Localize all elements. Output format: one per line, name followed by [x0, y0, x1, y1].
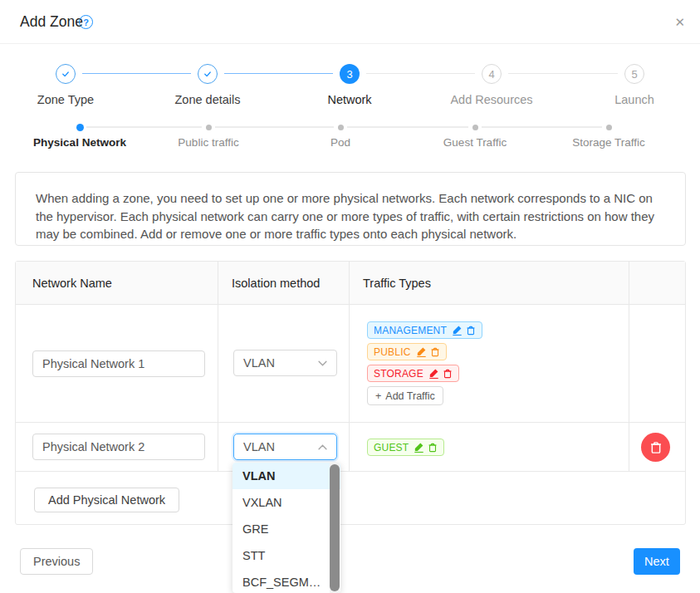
network-substepper: Physical Network Public traffic Pod Gues… — [0, 116, 700, 158]
isolation-method-select-2[interactable]: VLAN — [233, 434, 337, 460]
traffic-badge-label: GUEST — [374, 442, 409, 453]
check-icon — [202, 68, 213, 80]
traffic-type-list: MANAGEMENT PUBLIC STORAGE — [367, 321, 482, 405]
wizard-stepper: 3 4 5 Zone Type Zone details Network Add… — [0, 58, 700, 113]
dropdown-scrollbar-thumb[interactable] — [330, 464, 340, 591]
dialog-header: Add Zone ? ✕ — [0, 0, 700, 44]
isolation-method-dropdown: VLAN VXLAN GRE STT BCF_SEGM… — [233, 463, 340, 593]
step-label-network: Network — [279, 93, 420, 106]
isolation-method-select-1[interactable]: VLAN — [233, 350, 337, 376]
stepper-connector — [366, 73, 475, 74]
edit-traffic-icon[interactable] — [452, 325, 463, 336]
step-label-zone-type: Zone Type — [0, 93, 136, 106]
substep-label-storage-traffic: Storage Traffic — [534, 136, 683, 149]
add-traffic-label: Add Traffic — [385, 390, 435, 402]
traffic-badge-public: PUBLIC — [367, 343, 447, 360]
previous-button[interactable]: Previous — [20, 548, 93, 575]
chevron-up-icon — [318, 444, 327, 450]
plus-icon: + — [375, 390, 381, 402]
select-value: VLAN — [243, 356, 275, 370]
step-number: 4 — [488, 68, 494, 81]
add-traffic-button[interactable]: + Add Traffic — [367, 386, 443, 405]
substep-dot-guest-traffic — [472, 125, 478, 130]
substep-dot-pod — [338, 125, 344, 130]
zone-network-description: When adding a zone, you need to set up o… — [15, 172, 686, 246]
substep-connector — [215, 126, 334, 128]
step-zone-type-icon — [56, 64, 76, 84]
substep-label-pod: Pod — [266, 136, 415, 149]
dropdown-option-gre[interactable]: GRE — [233, 516, 340, 542]
substep-connector — [347, 126, 468, 128]
dropdown-option-stt[interactable]: STT — [233, 542, 340, 569]
select-value: VLAN — [243, 440, 275, 453]
check-icon — [60, 68, 71, 80]
stepper-connector — [82, 73, 191, 74]
substep-label-public-traffic: Public traffic — [134, 136, 283, 149]
table-row: VLAN GUEST — [16, 423, 685, 472]
substep-label-physical-network: Physical Network — [5, 136, 154, 149]
delete-traffic-icon[interactable] — [430, 347, 440, 357]
header-traffic-types: Traffic Types — [350, 262, 629, 304]
step-add-resources-icon: 4 — [482, 64, 502, 84]
step-label-add-resources: Add Resources — [421, 93, 562, 106]
traffic-badge-label: STORAGE — [374, 368, 423, 380]
substep-dot-public-traffic — [206, 125, 212, 130]
delete-traffic-icon[interactable] — [443, 369, 453, 379]
traffic-badge-label: PUBLIC — [374, 346, 411, 358]
step-zone-details-icon — [198, 64, 218, 84]
step-launch-icon: 5 — [624, 64, 644, 84]
help-icon[interactable]: ? — [79, 15, 93, 29]
substep-connector — [482, 126, 602, 128]
stepper-connector — [224, 73, 333, 74]
edit-traffic-icon[interactable] — [414, 442, 424, 453]
traffic-badge-label: MANAGEMENT — [374, 325, 447, 336]
header-actions — [629, 262, 685, 304]
step-number: 5 — [631, 68, 637, 81]
dropdown-option-bcf-segment[interactable]: BCF_SEGM… — [233, 569, 340, 593]
network-name-input-1[interactable] — [32, 350, 205, 377]
network-name-input-2[interactable] — [32, 434, 205, 460]
add-physical-network-button[interactable]: Add Physical Network — [34, 488, 179, 512]
header-isolation-method: Isolation method — [218, 262, 350, 304]
traffic-type-list: GUEST — [367, 439, 444, 456]
next-button[interactable]: Next — [634, 548, 680, 575]
delete-traffic-icon[interactable] — [428, 443, 438, 453]
stepper-connector — [508, 73, 618, 74]
substep-label-guest-traffic: Guest Traffic — [400, 136, 550, 149]
delete-traffic-icon[interactable] — [466, 326, 476, 336]
physical-networks-table: Network Name Isolation method Traffic Ty… — [15, 261, 686, 525]
step-label-zone-details: Zone details — [137, 93, 278, 106]
traffic-badge-storage: STORAGE — [367, 365, 459, 382]
edit-traffic-icon[interactable] — [428, 368, 439, 379]
step-label-launch: Launch — [564, 93, 700, 106]
table-footer-row: Add Physical Network — [16, 472, 685, 524]
header-network-name: Network Name — [16, 262, 218, 304]
substep-dot-physical-network — [76, 124, 84, 131]
substep-dot-storage-traffic — [606, 125, 612, 130]
delete-network-button[interactable] — [641, 433, 670, 462]
traffic-badge-management: MANAGEMENT — [367, 321, 482, 339]
trash-icon — [649, 441, 663, 454]
dropdown-option-vxlan[interactable]: VXLAN — [233, 489, 340, 516]
table-header-row: Network Name Isolation method Traffic Ty… — [16, 262, 685, 305]
step-number: 3 — [346, 68, 352, 81]
chevron-down-icon — [318, 360, 327, 366]
edit-traffic-icon[interactable] — [416, 346, 427, 357]
traffic-badge-guest: GUEST — [367, 439, 444, 456]
substep-connector — [86, 126, 202, 128]
dialog-title: Add Zone — [20, 13, 83, 31]
table-row: VLAN MANAGEMENT PUBLIC — [16, 305, 685, 423]
dropdown-option-vlan[interactable]: VLAN — [233, 463, 340, 489]
close-icon[interactable]: ✕ — [674, 15, 685, 30]
step-network-icon: 3 — [340, 64, 360, 84]
